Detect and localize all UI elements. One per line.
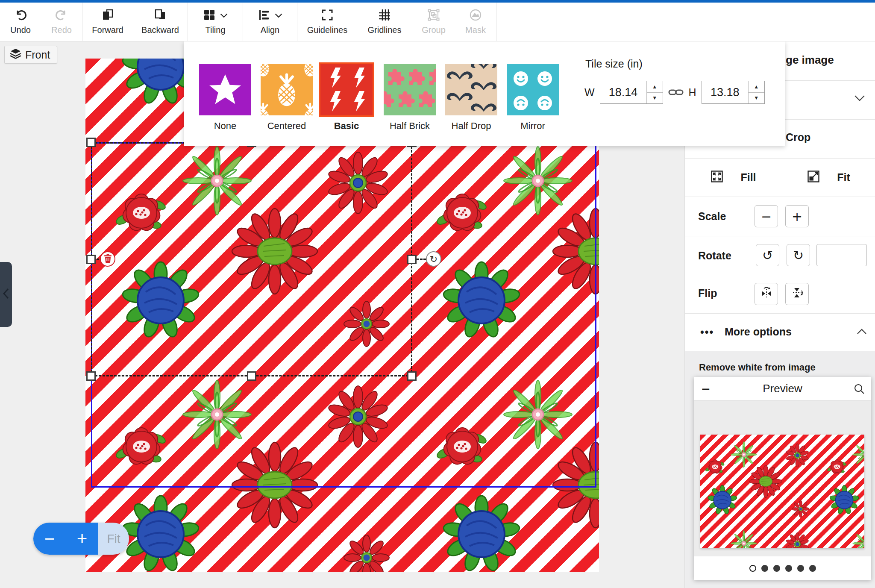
group-icon — [427, 9, 440, 23]
mask-button[interactable]: Mask — [455, 3, 496, 41]
tiling-option-mirror[interactable] — [507, 64, 559, 115]
rotate-label: Rotate — [698, 250, 731, 262]
scale-up-button[interactable]: + — [785, 205, 809, 227]
tile-size-controls: W ▲ ▼ H ▲ ▼ — [584, 81, 765, 104]
collapse-panel-tab[interactable] — [0, 262, 12, 327]
tile-size-label: Tile size (in) — [585, 58, 643, 70]
pagination-dot[interactable] — [809, 565, 816, 572]
design-editor: Undo Redo Forward Backward Tiling — [0, 0, 875, 588]
step-down-icon[interactable]: ▼ — [749, 93, 764, 104]
group-button[interactable]: Group — [412, 3, 455, 41]
tile-width-input[interactable] — [600, 81, 646, 103]
guidelines-icon — [321, 9, 334, 23]
redo-label: Redo — [51, 25, 72, 35]
pagination-dot[interactable] — [749, 565, 756, 572]
mask-label: Mask — [465, 25, 486, 35]
flip-vertical-button[interactable] — [785, 283, 809, 305]
preview-pattern — [700, 435, 864, 548]
undo-button[interactable]: Undo — [0, 3, 41, 41]
selection-box[interactable] — [91, 142, 412, 376]
selection-handle-left-middle[interactable] — [86, 255, 96, 264]
tiling-options-panel: None Centered Basic Half Brick Half Drop… — [184, 41, 785, 146]
forward-label: Forward — [92, 25, 123, 35]
bring-forward-icon — [101, 9, 115, 23]
flip-horizontal-button[interactable] — [755, 283, 778, 305]
rotate-selection-handle[interactable]: ↻ — [426, 251, 441, 267]
step-up-icon[interactable]: ▲ — [647, 81, 663, 93]
tiling-option-label: Half Drop — [445, 121, 497, 132]
scale-down-button[interactable]: − — [755, 205, 778, 227]
tiling-option-half-brick[interactable] — [384, 64, 436, 115]
selection-handle-bottom-middle[interactable] — [247, 371, 256, 381]
link-dimensions-icon[interactable] — [668, 88, 684, 97]
selection-handle-bottom-left[interactable] — [86, 371, 96, 381]
pagination-dot[interactable] — [797, 565, 804, 572]
redo-button[interactable]: Redo — [41, 3, 82, 41]
tiling-option-basic[interactable] — [320, 64, 373, 115]
tiling-option-none[interactable] — [199, 64, 251, 115]
delete-selection-button[interactable] — [100, 251, 115, 267]
chevron-down-icon — [275, 12, 282, 20]
tile-width-label: W — [584, 86, 595, 99]
rotate-ccw-button[interactable]: ↺ — [756, 244, 779, 266]
backward-button[interactable]: Backward — [133, 3, 188, 41]
chevron-left-icon — [3, 288, 9, 301]
zoom-fit-button[interactable]: Fit — [98, 523, 129, 555]
tiling-icon — [203, 9, 216, 23]
forward-button[interactable]: Forward — [82, 3, 133, 41]
crop-label: Crop — [786, 131, 810, 144]
canvas-zoom-control: − + Fit — [33, 523, 129, 555]
zoom-in-button[interactable]: + — [77, 530, 88, 548]
rotate-cw-button[interactable]: ↻ — [787, 244, 810, 266]
remove-white-label: Remove white from image — [699, 362, 816, 373]
backward-label: Backward — [141, 25, 179, 35]
fill-label: Fill — [740, 171, 756, 184]
trash-icon — [104, 254, 112, 265]
fill-button[interactable]: Fill — [685, 158, 782, 197]
handle-connector — [417, 259, 426, 260]
tiling-option-half-drop[interactable] — [445, 64, 497, 115]
tiling-button[interactable]: Tiling — [188, 3, 243, 41]
front-label: Front — [25, 49, 50, 61]
preview-pagination — [694, 556, 871, 580]
step-up-icon[interactable]: ▲ — [749, 81, 764, 93]
fit-icon — [807, 170, 820, 185]
fit-label: Fit — [837, 171, 850, 184]
tile-width-stepper: ▲ ▼ — [646, 81, 663, 103]
pagination-dot[interactable] — [761, 565, 768, 572]
selection-handle-bottom-right[interactable] — [407, 371, 417, 381]
fit-button[interactable]: Fit — [782, 158, 875, 197]
selection-handle-top-left[interactable] — [86, 138, 96, 147]
tiling-option-label: Basic — [320, 121, 373, 132]
more-options-row[interactable]: ••• More options — [685, 313, 875, 351]
more-options-label: More options — [725, 326, 792, 338]
tiling-option-label: Mirror — [507, 121, 559, 132]
redo-icon — [55, 9, 68, 23]
preview-title: Preview — [694, 382, 871, 395]
gridlines-button[interactable]: Gridlines — [357, 3, 412, 41]
fill-icon — [711, 170, 723, 185]
preview-thumbnail[interactable] — [700, 435, 864, 548]
zoom-out-button[interactable]: − — [44, 530, 55, 548]
guidelines-label: Guidelines — [307, 25, 348, 35]
tiling-option-centered[interactable] — [261, 64, 313, 115]
chevron-up-icon — [857, 329, 867, 336]
main-toolbar: Undo Redo Forward Backward Tiling — [0, 3, 875, 41]
magnifier-icon[interactable] — [853, 383, 865, 397]
front-side-button[interactable]: Front — [4, 46, 57, 64]
guidelines-button[interactable]: Guidelines — [297, 3, 357, 41]
zoom-buttons: − + — [33, 523, 98, 555]
pagination-dot[interactable] — [785, 565, 792, 572]
selection-handle-right-middle[interactable] — [407, 255, 417, 264]
rotate-degrees-input[interactable] — [816, 244, 867, 266]
undo-label: Undo — [10, 25, 31, 35]
step-down-icon[interactable]: ▼ — [647, 93, 663, 104]
flip-horizontal-icon — [760, 286, 773, 302]
tile-height-input[interactable] — [702, 81, 748, 103]
preview-body — [694, 401, 871, 556]
flip-label: Flip — [698, 287, 717, 300]
flip-vertical-icon — [791, 286, 804, 302]
align-button[interactable]: Align — [243, 3, 297, 41]
pagination-dot[interactable] — [773, 565, 780, 572]
rotate-icon: ↻ — [430, 254, 438, 265]
